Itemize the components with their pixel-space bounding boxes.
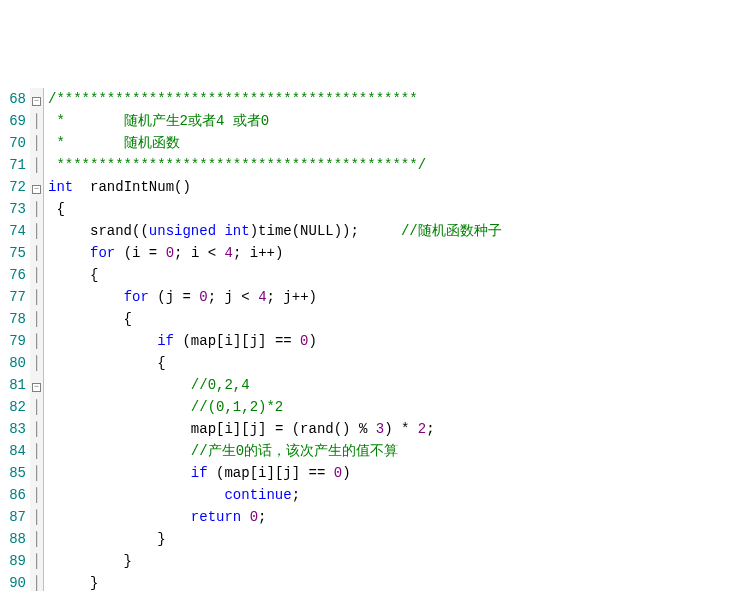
- code-line[interactable]: {: [48, 198, 502, 220]
- token-op: {: [48, 267, 98, 283]
- fold-line-icon: │: [32, 465, 40, 481]
- code-editor[interactable]: 6869707172737475767778798081828384858687…: [0, 88, 750, 591]
- fold-cell[interactable]: −: [30, 88, 43, 110]
- fold-toggle-icon[interactable]: −: [32, 97, 41, 106]
- token-op: [48, 245, 90, 261]
- fold-cell[interactable]: │: [30, 484, 43, 506]
- code-area[interactable]: /***************************************…: [44, 88, 502, 591]
- fold-line-icon: │: [32, 157, 40, 173]
- token-op: (: [174, 333, 191, 349]
- code-line[interactable]: return 0;: [48, 506, 502, 528]
- token-op: ;: [267, 289, 284, 305]
- fold-line-icon: │: [32, 245, 40, 261]
- code-line[interactable]: {: [48, 352, 502, 374]
- fold-cell[interactable]: │: [30, 330, 43, 352]
- token-op: [48, 421, 191, 437]
- fold-cell[interactable]: │: [30, 220, 43, 242]
- fold-cell[interactable]: │: [30, 198, 43, 220]
- token-op: ;: [258, 509, 266, 525]
- line-number: 80: [0, 352, 26, 374]
- token-op: ;: [292, 487, 300, 503]
- code-line[interactable]: {: [48, 264, 502, 286]
- fold-cell[interactable]: │: [30, 242, 43, 264]
- token-id: randIntNum: [90, 179, 174, 195]
- token-num: 0: [300, 333, 308, 349]
- code-line[interactable]: srand((unsigned int)time(NULL)); //随机函数种…: [48, 220, 502, 242]
- token-op: <: [199, 245, 224, 261]
- fold-line-icon: │: [32, 135, 40, 151]
- fold-line-icon: │: [32, 267, 40, 283]
- token-num: 0: [166, 245, 174, 261]
- fold-cell[interactable]: │: [30, 418, 43, 440]
- line-number-gutter: 6869707172737475767778798081828384858687…: [0, 88, 30, 591]
- fold-line-icon: │: [32, 333, 40, 349]
- fold-gutter[interactable]: −│││−││││││││−││││││││││└: [30, 88, 44, 591]
- token-op: () %: [334, 421, 376, 437]
- code-line[interactable]: /***************************************…: [48, 88, 502, 110]
- fold-cell[interactable]: │: [30, 462, 43, 484]
- fold-cell[interactable]: │: [30, 110, 43, 132]
- fold-cell[interactable]: │: [30, 528, 43, 550]
- fold-cell[interactable]: │: [30, 308, 43, 330]
- fold-toggle-icon[interactable]: −: [32, 185, 41, 194]
- fold-cell[interactable]: −: [30, 374, 43, 396]
- token-id: i: [224, 333, 232, 349]
- line-number: 76: [0, 264, 26, 286]
- token-op: ] = (: [258, 421, 300, 437]
- fold-line-icon: │: [32, 355, 40, 371]
- code-line[interactable]: int randIntNum(): [48, 176, 502, 198]
- token-id: j: [250, 421, 258, 437]
- token-num: 0: [250, 509, 258, 525]
- token-id: srand: [90, 223, 132, 239]
- code-line[interactable]: ****************************************…: [48, 154, 502, 176]
- code-line[interactable]: }: [48, 528, 502, 550]
- code-line[interactable]: }: [48, 572, 502, 591]
- fold-cell[interactable]: │: [30, 440, 43, 462]
- token-op: =: [140, 245, 165, 261]
- fold-cell[interactable]: │: [30, 572, 43, 591]
- token-id: time: [258, 223, 292, 239]
- token-num: 0: [334, 465, 342, 481]
- fold-cell[interactable]: │: [30, 154, 43, 176]
- token-op: ][: [233, 333, 250, 349]
- token-op: {: [48, 201, 65, 217]
- fold-toggle-icon[interactable]: −: [32, 383, 41, 392]
- code-line[interactable]: //产生0的话，该次产生的值不算: [48, 440, 502, 462]
- token-id: j: [283, 289, 291, 305]
- fold-cell[interactable]: │: [30, 550, 43, 572]
- token-id: i: [250, 245, 258, 261]
- line-number: 87: [0, 506, 26, 528]
- fold-cell[interactable]: │: [30, 264, 43, 286]
- token-kw: for: [124, 289, 149, 305]
- code-line[interactable]: map[i][j] = (rand() % 3) * 2;: [48, 418, 502, 440]
- token-op: ][: [266, 465, 283, 481]
- token-id: j: [283, 465, 291, 481]
- code-line[interactable]: //(0,1,2)*2: [48, 396, 502, 418]
- fold-cell[interactable]: −: [30, 176, 43, 198]
- fold-cell[interactable]: │: [30, 506, 43, 528]
- token-num: 3: [376, 421, 384, 437]
- token-op: [48, 377, 191, 393]
- fold-cell[interactable]: │: [30, 352, 43, 374]
- code-line[interactable]: if (map[i][j] == 0): [48, 462, 502, 484]
- fold-cell[interactable]: │: [30, 286, 43, 308]
- code-line[interactable]: }: [48, 550, 502, 572]
- code-line[interactable]: //0,2,4: [48, 374, 502, 396]
- line-number: 70: [0, 132, 26, 154]
- token-id: NULL: [300, 223, 334, 239]
- token-tp: unsigned int: [149, 223, 250, 239]
- fold-cell[interactable]: │: [30, 132, 43, 154]
- code-line[interactable]: for (i = 0; i < 4; i++): [48, 242, 502, 264]
- code-line[interactable]: * 随机函数: [48, 132, 502, 154]
- token-op: }: [48, 553, 132, 569]
- code-line[interactable]: {: [48, 308, 502, 330]
- code-line[interactable]: for (j = 0; j < 4; j++): [48, 286, 502, 308]
- token-op: {: [48, 311, 132, 327]
- fold-cell[interactable]: │: [30, 396, 43, 418]
- token-op: [48, 289, 124, 305]
- code-line[interactable]: if (map[i][j] == 0): [48, 330, 502, 352]
- line-number: 90: [0, 572, 26, 591]
- code-line[interactable]: continue;: [48, 484, 502, 506]
- code-line[interactable]: * 随机产生2或者4 或者0: [48, 110, 502, 132]
- token-op: (: [292, 223, 300, 239]
